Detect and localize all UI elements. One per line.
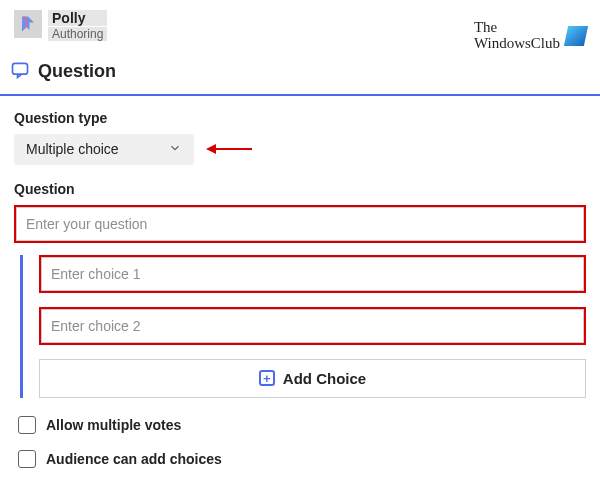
- question-type-value: Multiple choice: [26, 141, 119, 157]
- header: Polly Authoring The WindowsClub: [0, 0, 600, 52]
- windowsclub-logo: The WindowsClub: [474, 20, 586, 52]
- app-block: Polly Authoring: [14, 10, 107, 41]
- section-title-row: Question: [0, 52, 600, 94]
- logo-line2: WindowsClub: [474, 36, 560, 52]
- chat-icon: [10, 60, 30, 84]
- page-title: Question: [38, 61, 116, 82]
- allow-multiple-checkbox[interactable]: [18, 416, 36, 434]
- audience-add-label: Audience can add choices: [46, 451, 222, 467]
- question-type-label: Question type: [14, 110, 586, 126]
- form-area: Question type Multiple choice Question E…: [0, 96, 600, 398]
- chevron-down-icon: [168, 141, 182, 158]
- choice-1-input[interactable]: Enter choice 1: [39, 255, 586, 293]
- type-row: Multiple choice: [14, 134, 586, 165]
- choice-2-input[interactable]: Enter choice 2: [39, 307, 586, 345]
- logo-mark-icon: [564, 26, 588, 46]
- options-block: Allow multiple votes Audience can add ch…: [0, 398, 600, 476]
- add-choice-label: Add Choice: [283, 370, 366, 387]
- app-name: Polly: [48, 10, 107, 26]
- annotation-arrow-icon: [206, 142, 252, 156]
- polly-app-icon: [14, 10, 42, 38]
- allow-multiple-row: Allow multiple votes: [18, 408, 586, 442]
- audience-add-row: Audience can add choices: [18, 442, 586, 476]
- audience-add-checkbox[interactable]: [18, 450, 36, 468]
- plus-icon: +: [259, 370, 275, 386]
- app-subtitle: Authoring: [48, 27, 107, 41]
- logo-line1: The: [474, 20, 560, 36]
- allow-multiple-label: Allow multiple votes: [46, 417, 181, 433]
- svg-rect-0: [13, 63, 28, 74]
- add-choice-button[interactable]: + Add Choice: [39, 359, 586, 398]
- question-input[interactable]: Enter your question: [14, 205, 586, 243]
- choices-block: Enter choice 1 Enter choice 2 + Add Choi…: [20, 255, 586, 398]
- question-type-dropdown[interactable]: Multiple choice: [14, 134, 194, 165]
- logo-text: The WindowsClub: [474, 20, 560, 52]
- question-label: Question: [14, 181, 586, 197]
- app-meta: Polly Authoring: [48, 10, 107, 41]
